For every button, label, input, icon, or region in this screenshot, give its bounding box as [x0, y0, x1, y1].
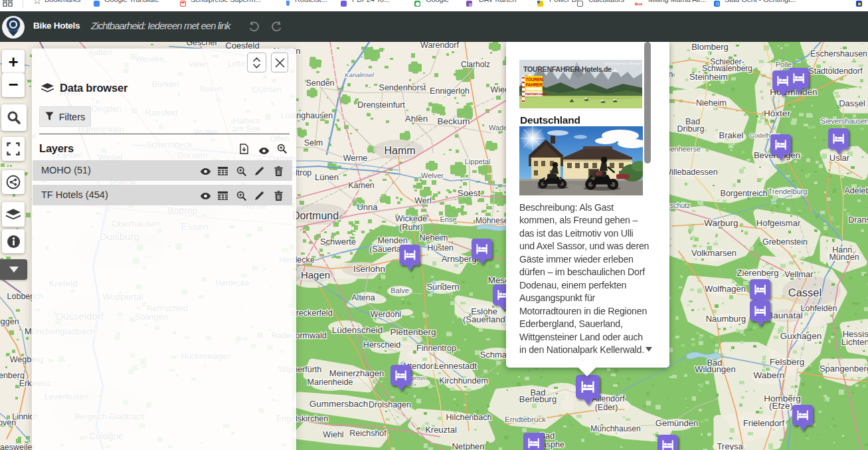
svg-text:TOURENFAHRER-Hotels.de: TOURENFAHRER-Hotels.de: [523, 65, 612, 73]
svg-text:FAHRER: FAHRER: [526, 82, 543, 87]
svg-text:Kontakt | Impressum | Werbung: Kontakt | Impressum | Werbung | Login: [604, 62, 642, 65]
svg-text:TOUREN-: TOUREN-: [526, 77, 545, 82]
svg-text:PARTNER-HAUS: PARTNER-HAUS: [525, 92, 547, 96]
